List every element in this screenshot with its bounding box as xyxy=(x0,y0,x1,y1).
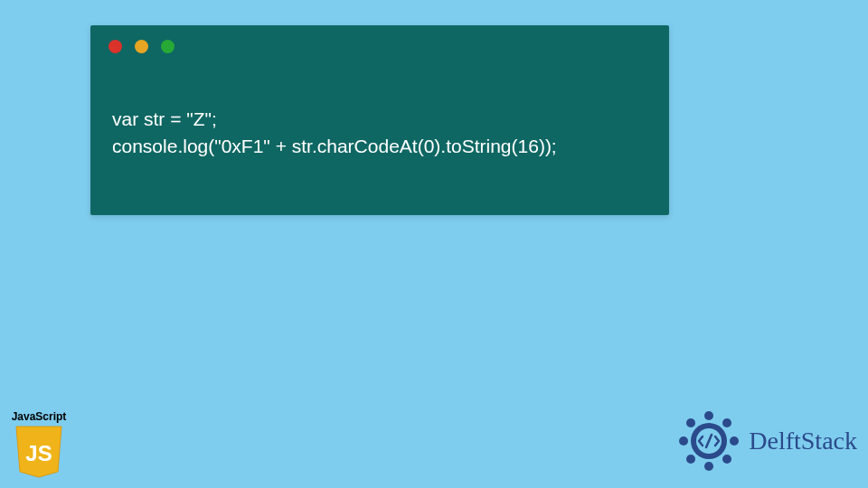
close-icon[interactable] xyxy=(108,40,122,53)
svg-point-5 xyxy=(704,462,713,471)
svg-point-6 xyxy=(686,455,695,464)
svg-point-1 xyxy=(704,411,713,420)
javascript-shield-icon: JS xyxy=(14,425,64,479)
code-line-1: var str = "Z"; xyxy=(112,108,217,129)
minimize-icon[interactable] xyxy=(135,40,148,53)
delftstack-brand-text: DelftStack xyxy=(749,427,857,455)
svg-point-3 xyxy=(730,436,739,446)
window-traffic-lights xyxy=(90,25,669,61)
svg-point-8 xyxy=(686,418,695,427)
maximize-icon[interactable] xyxy=(161,40,175,53)
javascript-label: JavaScript xyxy=(7,410,71,423)
js-shield-text: JS xyxy=(25,441,52,465)
delftstack-logo-icon xyxy=(676,408,741,474)
delftstack-brand: DelftStack xyxy=(676,408,857,474)
svg-point-2 xyxy=(722,418,731,427)
svg-point-4 xyxy=(722,455,731,464)
code-block: var str = "Z"; console.log("0xF1" + str.… xyxy=(90,61,669,183)
code-line-2: console.log("0xF1" + str.charCodeAt(0).t… xyxy=(112,136,557,156)
javascript-badge: JavaScript JS xyxy=(7,410,71,479)
svg-point-7 xyxy=(679,436,688,446)
code-window: var str = "Z"; console.log("0xF1" + str.… xyxy=(90,25,669,215)
